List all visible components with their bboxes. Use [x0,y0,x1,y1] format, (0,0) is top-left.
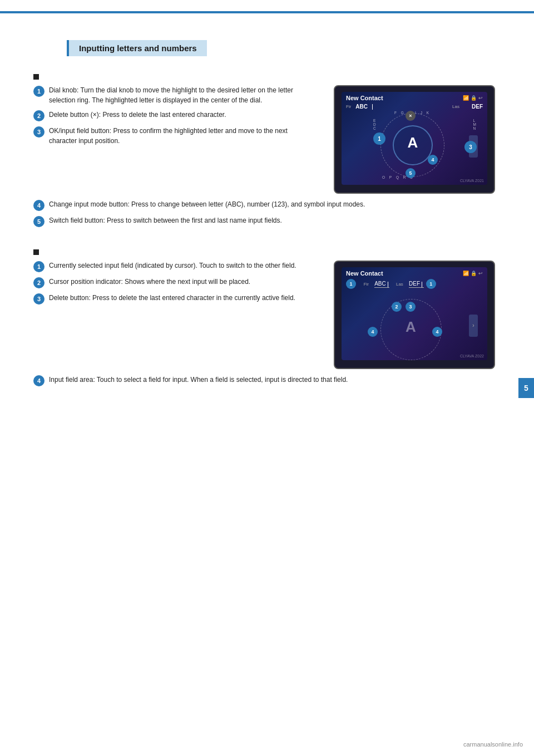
left-col-1: 1 Dial knob: Turn the dial knob to move … [33,85,317,194]
screen1-btn5[interactable]: 5 [406,168,416,178]
section-header: Inputting letters and numbers [67,40,207,56]
item-text-2-2: Cursor position indicator: Shows where t… [49,277,250,287]
item-2-1: 1 Currently selected input field (indica… [33,261,317,272]
screen1-last-label: Las [452,104,459,109]
section-title-2 [33,249,501,255]
item-2-2: 2 Cursor position indicator: Shows where… [33,277,317,288]
num-badge-3: 3 [33,126,44,138]
spacer-1 [33,232,501,242]
screen1-header: New Contact 📶 🔒 ↩ [342,92,487,102]
item-1-2: 2 Delete button (×): Press to delete the… [33,110,317,121]
screen2-last-value: DEF [409,281,424,288]
screen1-cursor [372,104,373,110]
main-content: 1 Dial knob: Turn the dial knob to move … [0,74,534,386]
screen2-first-label: Fir [364,282,369,287]
num-badge-2-2: 2 [33,277,44,288]
screen1-btn2[interactable]: × [406,111,416,121]
screen-2: New Contact 📶 🔒 ↩ [334,261,495,369]
screen2-cursor1 [388,282,388,287]
item-2-4: 4 Input field area: Touch to select a fi… [33,375,501,386]
num-badge-5: 5 [33,216,44,227]
item-text-2-4: Input field area: Touch to select a fiel… [49,375,348,385]
screen2-btn2[interactable]: 2 [392,302,402,312]
screen1-btn1[interactable]: 1 [373,132,385,145]
screen2-right-arrow[interactable]: › [469,315,478,337]
screen2-last-label: Las [396,282,403,287]
item-text-2-3: Delete button: Press to delete the last … [49,293,295,303]
screen1-first-label: Fir [346,104,351,109]
left-col-2: 1 Currently selected input field (indica… [33,261,317,369]
screen2-header: New Contact 📶 🔒 ↩ [342,267,487,278]
screen2-code: CLYAVA Z022 [460,354,484,358]
screen-1: New Contact 📶 🔒 ↩ Fir ABC [334,85,495,194]
screen2-btn1b[interactable]: 1 [426,279,436,289]
screen1-dial-area: A F G H I J K LMN O P Q R S EDC 1 [350,113,479,179]
item-2-3: 3 Delete button: Press to delete the las… [33,293,317,305]
screen2-fields-area: 1 Fir ABC Las [342,278,487,290]
screen2-first-value: ABC [374,281,389,288]
center-letter-1: A [399,129,427,156]
bottom-logo: carmanualsonline.info [463,741,523,748]
site-url: carmanualsonline.info [463,741,523,748]
two-col-2: 1 Currently selected input field (indica… [33,261,501,369]
two-col-1: 1 Dial knob: Turn the dial knob to move … [33,85,501,194]
item-text-1-2: Delete button (×): Press to delete the l… [49,110,226,120]
right-col-2: New Contact 📶 🔒 ↩ [334,261,501,369]
item-1-1: 1 Dial knob: Turn the dial knob to move … [33,85,317,105]
screen2-btn1[interactable]: 1 [346,279,356,289]
screen2-center-letter: A [395,312,426,342]
screen1-fields: Fir ABC Las DEF [342,102,487,111]
screen2-btn4a[interactable]: 4 [368,327,378,337]
num-badge-2-3: 3 [33,293,44,305]
screen2-title: New Contact [346,270,383,277]
num-badge-2-1: 1 [33,261,44,272]
bullet-1 [33,74,39,80]
screen1-btn3[interactable]: 3 [464,141,477,153]
item-text-1-4: Change input mode button: Press to chang… [49,199,365,209]
letters-right: LMN [473,119,476,130]
screen1-last-value: DEF [472,104,483,110]
screen2-first-field-group: 1 [346,279,356,289]
screen2-btn3[interactable]: 3 [406,302,416,312]
item-text-1-1: Dial knob: Turn the dial knob to move th… [49,85,317,105]
section-title-1 [33,74,501,80]
section-header-text: Inputting letters and numbers [79,43,197,53]
screen-inner-2: New Contact 📶 🔒 ↩ [342,267,487,360]
item-text-2-1: Currently selected input field (indicate… [49,261,296,271]
items-continued: 4 Change input mode button: Press to cha… [33,199,501,227]
item-1-5: 5 Switch field button: Press to switch b… [33,215,501,227]
num-badge-2-4: 4 [33,375,44,386]
screen2-cursor2 [422,282,422,287]
screen-inner-1: New Contact 📶 🔒 ↩ Fir ABC [342,92,487,185]
screen1-code: CLYAVA Z021 [460,179,484,183]
num-badge-2: 2 [33,110,44,121]
screen2-btn4b[interactable]: 4 [432,327,442,337]
page-container: Inputting letters and numbers 1 Dial kno… [0,0,534,756]
bullet-2 [33,249,39,255]
section2-item4: 4 Input field area: Touch to select a fi… [33,375,501,386]
screen1-icons: 📶 🔒 ↩ [463,95,483,101]
num-badge-4: 4 [33,200,44,211]
item-text-1-5: Switch field button: Press to switch bet… [49,215,282,225]
screen1-title: New Contact [346,95,383,101]
page-tab: 5 [518,378,534,398]
item-1-3: 3 OK/input field button: Press to confir… [33,126,317,146]
num-badge-1: 1 [33,86,44,97]
item-text-1-3: OK/input field button: Press to confirm … [49,126,317,146]
screen1-btn2-area: × [406,111,416,121]
letters-left: EDC [373,119,376,130]
screen2-icons: 📶 🔒 ↩ [463,271,483,276]
right-col-1: New Contact 📶 🔒 ↩ Fir ABC [334,85,501,194]
item-1-4: 4 Change input mode button: Press to cha… [33,199,501,211]
screen2-dial-area: A 2 3 4 [350,296,479,355]
screen1-first-value: ABC [355,104,368,110]
screen1-btn4[interactable]: 4 [428,155,438,165]
